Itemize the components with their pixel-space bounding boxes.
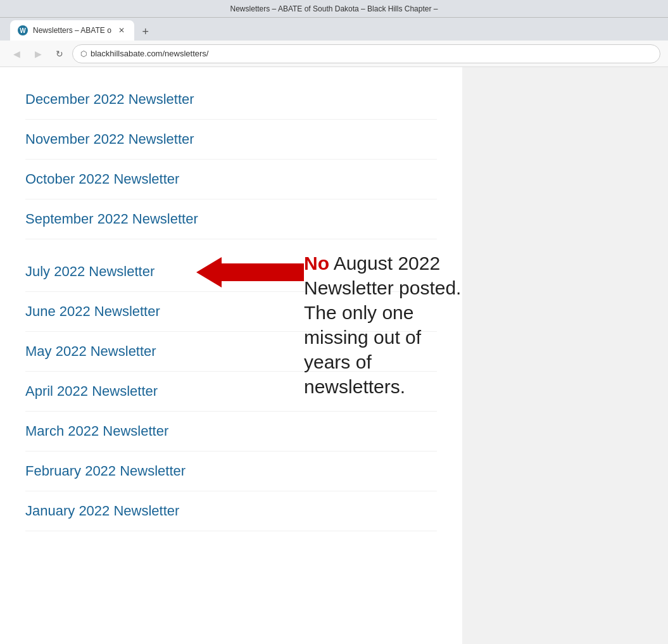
back-button[interactable]: ◀ [8, 45, 25, 63]
arrow-container [196, 257, 304, 287]
newsletter-link-november[interactable]: November 2022 Newsletter [25, 120, 437, 160]
tab-label: Newsletters – ABATE o [33, 26, 111, 35]
newsletter-link-january[interactable]: January 2022 Newsletter [25, 491, 437, 531]
newsletter-link-february[interactable]: February 2022 Newsletter [25, 451, 437, 491]
url-text: blackhillsabate.com/newsletters/ [91, 49, 208, 58]
browser-title-text: Newsletters – ABATE of South Dakota – Bl… [230, 4, 438, 13]
arrow-body [222, 263, 304, 281]
new-tab-button[interactable]: + [137, 23, 154, 41]
nav-bar: ◀ ▶ ↻ ⬡ blackhillsabate.com/newsletters/ [0, 41, 668, 67]
newsletter-link-september[interactable]: September 2022 Newsletter [25, 199, 437, 239]
red-arrow [196, 257, 304, 287]
address-secure-icon: ⬡ [80, 49, 87, 58]
newsletter-link-december[interactable]: December 2022 Newsletter [25, 80, 437, 120]
no-label: No [304, 253, 329, 274]
page-content: December 2022 Newsletter November 2022 N… [0, 67, 462, 644]
annotation-body: August 2022 Newsletter posted. The only … [304, 253, 461, 397]
reload-button[interactable]: ↻ [51, 45, 68, 63]
forward-button[interactable]: ▶ [29, 45, 47, 63]
newsletter-link-march[interactable]: March 2022 Newsletter [25, 412, 437, 451]
newsletter-link-october[interactable]: October 2022 Newsletter [25, 160, 437, 199]
wordpress-icon: W [18, 25, 28, 35]
active-tab[interactable]: W Newsletters – ABATE o ✕ [10, 20, 134, 41]
annotation-overlay: No August 2022 Newsletter posted. The on… [196, 251, 462, 399]
annotation-text: No August 2022 Newsletter posted. The on… [304, 251, 462, 399]
arrow-head [196, 257, 222, 287]
address-bar[interactable]: ⬡ blackhillsabate.com/newsletters/ [72, 44, 660, 63]
tab-close-button[interactable]: ✕ [117, 25, 127, 35]
browser-title-bar: Newsletters – ABATE of South Dakota – Bl… [0, 0, 668, 18]
tab-bar: W Newsletters – ABATE o ✕ + [0, 18, 668, 41]
